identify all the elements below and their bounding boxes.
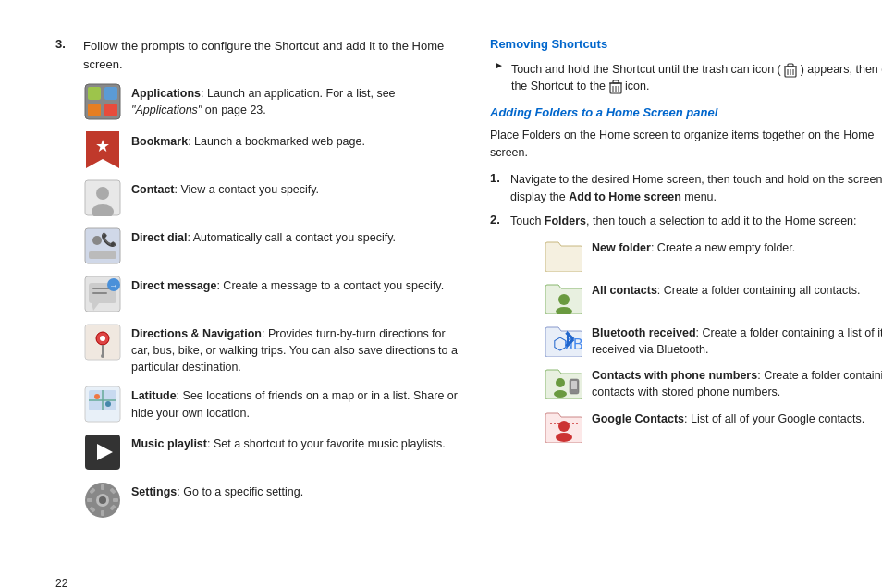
svg-point-62 xyxy=(554,390,567,398)
latitude-icon xyxy=(83,385,122,423)
svg-rect-1 xyxy=(88,87,101,100)
page-number: 22 xyxy=(55,577,67,588)
svg-point-25 xyxy=(101,354,104,358)
removing-shortcuts-text: ► Touch and hold the Shortcut until the … xyxy=(490,58,882,94)
directdial-icon: 📞 xyxy=(83,227,122,265)
svg-point-36 xyxy=(99,496,106,504)
shortcut-text-bookmark: Bookmark: Launch a bookmarked web page. xyxy=(131,130,365,150)
shortcut-item-directions: Directions & Navigation: Provides turn-b… xyxy=(83,323,462,375)
shortcut-item-contact: Contact: View a contact you specify. xyxy=(83,178,462,217)
bullet-arrow-icon: ► xyxy=(495,58,504,70)
svg-rect-2 xyxy=(104,87,117,100)
svg-rect-39 xyxy=(87,498,92,502)
folder-item-bluetooth: ⬡ ǔB Bluetooth received: Create a folder… xyxy=(545,323,882,358)
bluetooth-folder-icon: ⬡ ǔB xyxy=(545,323,582,358)
folder-text-google-contacts: Google Contacts: List of all of your Goo… xyxy=(592,409,864,427)
shortcut-item-latitude: Latitude: See locations of friends on a … xyxy=(83,385,462,423)
svg-rect-4 xyxy=(104,104,117,116)
step-3-header: 3. Follow the prompts to configure the S… xyxy=(55,37,462,73)
shortcut-text-settings: Settings: Go to a specific setting. xyxy=(131,481,303,500)
right-step-2-text: Touch Folders, then touch a selection to… xyxy=(510,213,857,230)
folder-list: New folder: Create a new empty folder. A… xyxy=(545,238,882,444)
right-step-2: 2. Touch Folders, then touch a selection… xyxy=(490,213,882,230)
svg-text:→: → xyxy=(109,280,118,290)
shortcut-item-applications: Applications: Launch an application. For… xyxy=(83,82,462,121)
directmessage-icon: → xyxy=(83,275,122,313)
right-step-2-number: 2. xyxy=(490,213,510,227)
folder-text-new: New folder: Create a new empty folder. xyxy=(592,238,795,256)
shortcut-item-bookmark: ★ Bookmark: Launch a bookmarked web page… xyxy=(83,130,462,169)
trash-can-icon xyxy=(784,63,797,78)
svg-rect-38 xyxy=(101,510,104,516)
adding-folders-intro: Place Folders on the Home screen to orga… xyxy=(490,127,882,162)
folder-text-contacts-phone: Contacts with phone numbers: Create a fo… xyxy=(592,365,882,400)
trash-can-icon-2 xyxy=(609,80,622,94)
folder-item-contacts-phone: Contacts with phone numbers: Create a fo… xyxy=(545,365,882,400)
step-3-number: 3. xyxy=(55,37,83,51)
svg-rect-64 xyxy=(571,381,577,389)
removing-shortcuts-heading: Removing Shortcuts xyxy=(490,37,882,51)
svg-point-23 xyxy=(100,336,105,341)
svg-point-30 xyxy=(94,394,100,399)
svg-rect-18 xyxy=(92,292,107,294)
right-step-1-number: 1. xyxy=(490,171,510,185)
contact-icon xyxy=(83,178,122,217)
new-folder-icon xyxy=(545,238,582,273)
right-step-1-text: Navigate to the desired Home screen, the… xyxy=(510,171,882,206)
svg-rect-37 xyxy=(101,484,104,490)
folder-item-google-contacts: Google Contacts: List of all of your Goo… xyxy=(545,409,882,444)
shortcut-text-directmessage: Direct message: Create a message to a co… xyxy=(131,275,444,294)
shortcut-item-music: Music playlist: Set a shortcut to your f… xyxy=(83,433,462,472)
shortcut-item-directmessage: → Direct message: Create a message to a … xyxy=(83,275,462,313)
shortcut-text-latitude: Latitude: See locations of friends on a … xyxy=(131,385,462,421)
all-contacts-folder-icon xyxy=(545,280,582,315)
svg-text:★: ★ xyxy=(95,137,110,155)
step-3-text: Follow the prompts to configure the Shor… xyxy=(83,37,462,73)
right-step-1: 1. Navigate to the desired Home screen, … xyxy=(490,171,882,206)
svg-point-65 xyxy=(558,421,570,432)
bookmark-icon: ★ xyxy=(83,130,122,169)
svg-point-61 xyxy=(556,378,565,387)
contacts-phone-folder-icon xyxy=(545,365,582,400)
removing-shortcuts-description: Touch and hold the Shortcut until the tr… xyxy=(511,58,882,94)
svg-rect-3 xyxy=(88,104,101,116)
svg-point-57 xyxy=(558,294,570,305)
svg-point-31 xyxy=(105,401,111,407)
shortcut-item-settings: Settings: Go to a specific setting. xyxy=(83,481,462,520)
settings-icon xyxy=(83,481,122,520)
shortcut-list: Applications: Launch an application. For… xyxy=(83,82,462,520)
shortcut-text-directdial: Direct dial: Automatically call a contac… xyxy=(131,227,396,246)
svg-rect-13 xyxy=(89,251,116,259)
shortcut-text-contact: Contact: View a contact you specify. xyxy=(131,178,319,198)
applications-icon xyxy=(83,82,122,121)
folder-text-all-contacts: All contacts: Create a folder containing… xyxy=(592,280,860,299)
shortcut-text-directions: Directions & Navigation: Provides turn-b… xyxy=(131,323,462,375)
google-contacts-folder-icon xyxy=(545,409,582,444)
folder-item-new: New folder: Create a new empty folder. xyxy=(545,238,882,273)
folder-text-bluetooth: Bluetooth received: Create a folder cont… xyxy=(592,323,882,358)
directions-icon xyxy=(83,323,122,361)
folder-item-all-contacts: All contacts: Create a folder containing… xyxy=(545,280,882,315)
shortcut-text-music: Music playlist: Set a shortcut to your f… xyxy=(131,433,446,452)
svg-point-66 xyxy=(556,433,572,442)
music-icon xyxy=(83,433,122,472)
adding-folders-heading: Adding Folders to a Home Screen panel xyxy=(490,105,882,119)
shortcut-item-directdial: 📞 Direct dial: Automatically call a cont… xyxy=(83,227,462,265)
svg-rect-40 xyxy=(113,498,118,502)
right-column: Removing Shortcuts ► Touch and hold the … xyxy=(481,37,882,588)
svg-point-8 xyxy=(96,187,109,200)
svg-text:📞: 📞 xyxy=(101,232,117,248)
shortcut-text-applications: Applications: Launch an application. For… xyxy=(131,82,462,118)
